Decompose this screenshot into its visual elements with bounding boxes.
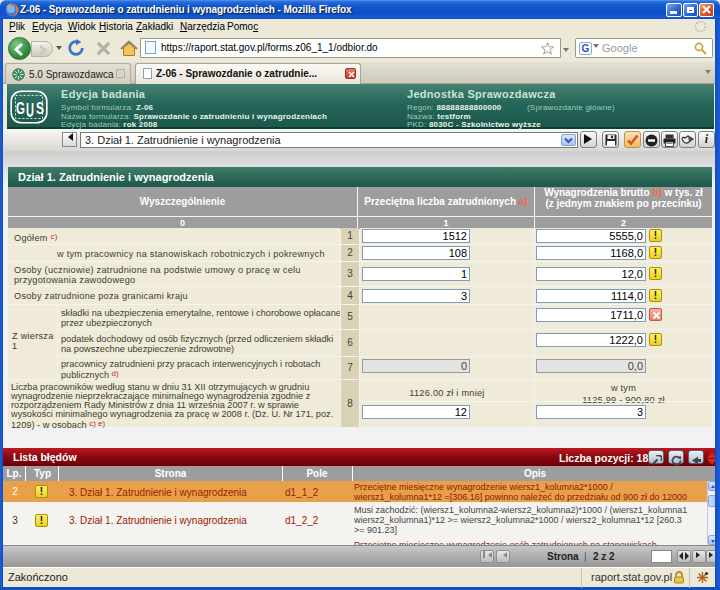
svg-text:U: U: [26, 98, 34, 121]
svg-text:G: G: [16, 99, 25, 118]
svg-text:S: S: [36, 99, 44, 118]
